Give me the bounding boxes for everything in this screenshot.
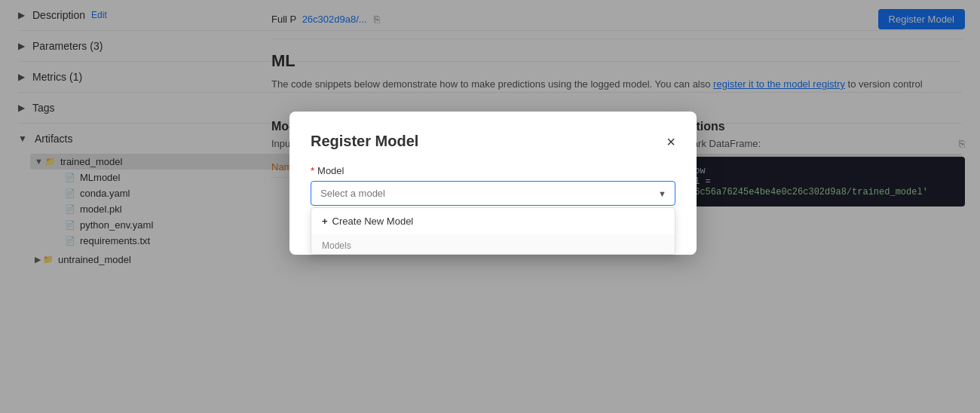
model-field-label: * Model	[311, 165, 675, 176]
modal-close-button[interactable]: ×	[666, 134, 675, 149]
model-dropdown-menu: + Create New Model Models	[311, 207, 675, 255]
required-star: *	[311, 165, 314, 176]
register-model-modal: Register Model × * Model ▼ + Create New …	[289, 112, 697, 255]
plus-icon: +	[322, 216, 328, 227]
create-new-label: Create New Model	[332, 216, 414, 227]
field-label-text: Model	[317, 165, 344, 176]
create-new-model-option[interactable]: + Create New Model	[311, 208, 675, 234]
models-section-label: Models	[311, 234, 675, 254]
modal-header: Register Model ×	[311, 133, 675, 150]
model-select-wrapper: ▼	[311, 181, 675, 206]
model-select-input[interactable]	[311, 181, 675, 206]
model-field: * Model ▼	[311, 165, 675, 206]
modal-title: Register Model	[311, 133, 418, 150]
